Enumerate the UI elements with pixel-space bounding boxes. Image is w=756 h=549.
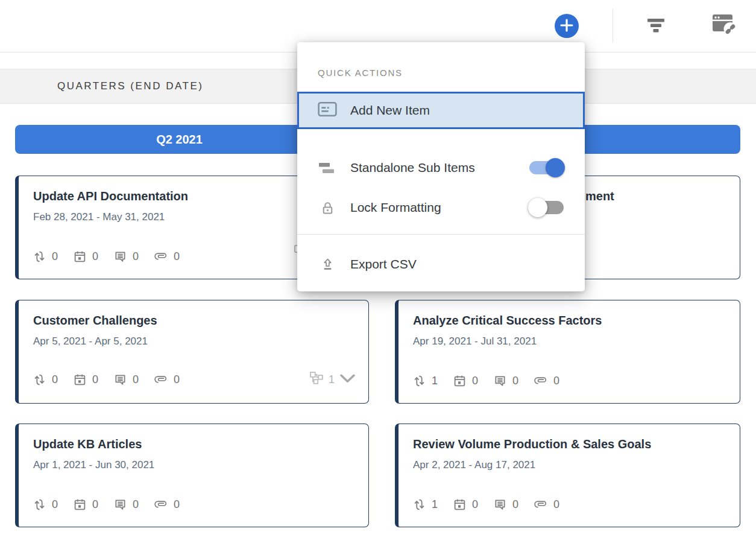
dependencies-count: 0	[52, 250, 58, 263]
card-title: Update KB Articles	[33, 437, 353, 451]
dates-count: 0	[92, 250, 98, 263]
dates-count: 0	[92, 373, 98, 386]
dependencies-icon	[33, 250, 46, 263]
card-title-fragment: ment	[585, 189, 614, 203]
comments-count: 0	[512, 498, 518, 511]
attachments-stat: 0	[154, 498, 180, 511]
card-dates: Apr 19, 2021 - Jul 31, 2021	[413, 335, 724, 347]
dependencies-count: 0	[52, 498, 58, 511]
attachments-icon	[534, 375, 547, 387]
card-analyze-critical-success-factors[interactable]: Analyze Critical Success Factors Apr 19,…	[395, 300, 740, 404]
quarter-label: Q2 2021	[15, 125, 344, 154]
menu-item-add-new-item[interactable]: Add New Item	[297, 92, 585, 129]
comments-stat: 0	[494, 498, 518, 511]
card-update-kb-articles[interactable]: Update KB Articles Apr 1, 2021 - Jun 30,…	[15, 424, 369, 527]
grouping-label: QUARTERS (END DATE)	[57, 80, 203, 92]
calendar-icon	[453, 375, 466, 387]
dates-stat: 0	[74, 250, 98, 263]
card-meta-row: 1 0 0 0	[413, 498, 726, 511]
attachments-stat: 0	[534, 375, 559, 387]
card-meta-row: 0 0 0 0	[33, 498, 355, 511]
chevron-down-icon	[340, 374, 355, 386]
comments-count: 0	[512, 375, 518, 387]
attachments-count: 0	[553, 375, 559, 387]
menu-divider	[297, 234, 585, 235]
menu-item-lock-formatting[interactable]: Lock Formatting	[297, 194, 585, 221]
toggle-standalone-sub-items[interactable]	[529, 161, 564, 174]
card-customer-challenges[interactable]: Customer Challenges Apr 5, 2021 - Apr 5,…	[15, 300, 369, 404]
dependencies-icon	[33, 373, 46, 386]
subitems-expander[interactable]: 1	[310, 372, 355, 387]
card-meta-row: 0 0 0 0 1	[33, 372, 355, 387]
menu-item-standalone-sub-items[interactable]: Standalone Sub Items	[297, 154, 585, 181]
comments-count: 0	[133, 373, 139, 386]
dependencies-stat: 1	[413, 375, 438, 387]
card-title: Customer Challenges	[33, 314, 353, 328]
lock-icon	[318, 201, 337, 215]
dates-stat: 0	[453, 498, 478, 511]
dates-count: 0	[92, 498, 98, 511]
filter-button[interactable]	[643, 17, 669, 36]
toggle-knob	[528, 198, 547, 217]
dependencies-stat: 0	[33, 373, 58, 386]
calendar-icon	[453, 498, 466, 511]
roadmap-board-page: QUARTERS (END DATE) Q2 2021 Update API D…	[0, 0, 756, 549]
attachments-count: 0	[553, 498, 559, 511]
attachments-count: 0	[174, 498, 180, 511]
comments-stat: 0	[114, 373, 139, 386]
card-dates: Apr 5, 2021 - Apr 5, 2021	[33, 335, 353, 347]
comments-icon	[114, 498, 127, 511]
comments-icon	[114, 373, 127, 386]
new-item-card-icon	[318, 101, 337, 119]
add-button[interactable]	[555, 14, 579, 38]
calendar-icon	[74, 250, 86, 263]
dates-stat: 0	[453, 375, 478, 387]
menu-item-label: Standalone Sub Items	[350, 160, 475, 175]
attachments-icon	[154, 373, 168, 386]
plus-icon	[555, 13, 579, 39]
dependencies-count: 1	[432, 498, 438, 511]
comments-count: 0	[133, 498, 139, 511]
subitems-count: 1	[329, 373, 335, 386]
export-upload-icon	[318, 258, 337, 271]
toggle-knob	[546, 158, 565, 177]
sub-items-icon	[318, 162, 337, 174]
attachments-icon	[534, 498, 547, 511]
card-review-volume-production-sales-goals[interactable]: Review Volume Production & Sales Goals A…	[395, 424, 740, 527]
open-link-button[interactable]	[710, 11, 740, 41]
subitems-tree-icon	[310, 372, 323, 387]
calendar-icon	[74, 498, 86, 511]
dates-count: 0	[472, 498, 478, 511]
menu-item-label: Add New Item	[350, 103, 430, 118]
window-link-icon	[711, 13, 739, 40]
attachments-count: 0	[174, 373, 180, 386]
attachments-stat: 0	[154, 250, 180, 263]
dependencies-count: 1	[432, 375, 438, 387]
dependencies-icon	[33, 498, 46, 511]
dates-count: 0	[472, 375, 478, 387]
dates-stat: 0	[74, 498, 98, 511]
comments-stat: 0	[114, 250, 139, 263]
dependencies-icon	[413, 498, 426, 511]
dependencies-stat: 0	[33, 498, 58, 511]
card-meta-row: 1 0 0 0	[413, 375, 726, 387]
toggle-lock-formatting[interactable]	[529, 201, 564, 214]
menu-item-export-csv[interactable]: Export CSV	[297, 251, 585, 278]
attachments-icon	[154, 250, 168, 263]
attachments-icon	[154, 498, 168, 511]
toolbar-divider	[613, 8, 613, 43]
filter-icon	[647, 19, 664, 34]
quick-actions-menu: QUICK ACTIONS Add New Item Standalone Su…	[297, 42, 585, 291]
dependencies-stat: 1	[413, 498, 438, 511]
menu-item-label: Export CSV	[350, 257, 417, 271]
card-title: Review Volume Production & Sales Goals	[413, 437, 724, 451]
dependencies-count: 0	[52, 373, 58, 386]
dates-stat: 0	[74, 373, 98, 386]
menu-item-label: Lock Formatting	[350, 200, 441, 215]
calendar-icon	[74, 373, 86, 386]
dependencies-stat: 0	[33, 250, 58, 263]
card-dates: Apr 1, 2021 - Jun 30, 2021	[33, 459, 353, 471]
comments-stat: 0	[494, 375, 518, 387]
comments-icon	[494, 498, 506, 511]
dependencies-icon	[413, 375, 426, 387]
